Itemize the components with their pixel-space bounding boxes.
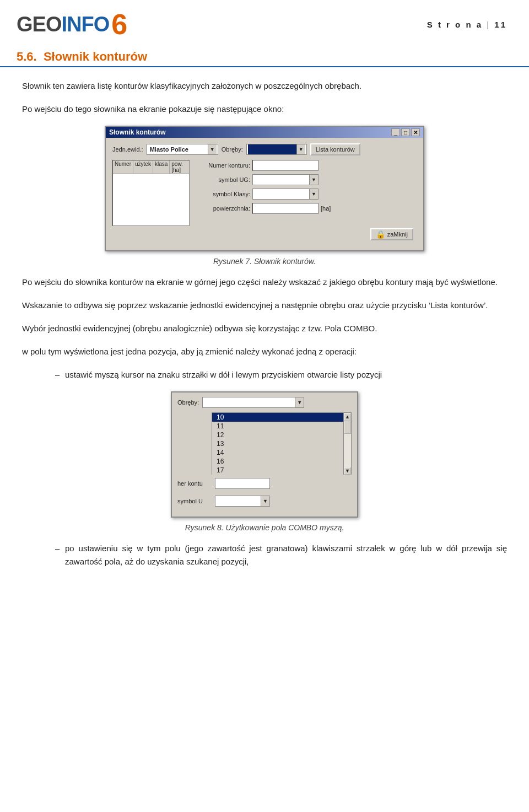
section-title-bar: 5.6. Słownik konturów [0,44,529,67]
logo-info: INFO [61,13,109,36]
lista-konturow-button[interactable]: Lista konturów [310,143,360,155]
powierzchnia-label: powierzchnia: [201,205,250,212]
paragraph-3: Po wejściu do słownika konturów na ekran… [22,276,507,289]
symbol-klasy-combo[interactable]: ▼ [252,189,319,200]
dropdown-wrapper: 10 11 12 13 14 16 17 ▲ [212,412,352,475]
figure-2-dialog: Obręby: ▼ 10 11 12 13 14 [171,391,358,518]
combo-dropdown-list: 10 11 12 13 14 16 17 ▲ [212,412,352,475]
zamknij-icon: 🔒 [376,230,385,239]
bullet-item-2: po ustawieniu się w tym polu (jego zawar… [55,542,507,568]
combo-dropdown-container: 10 11 12 13 14 16 17 ▲ [212,412,352,475]
col-numer: Numer [113,160,133,174]
form-row-powierzchnia: powierzchnia: [ha] [201,203,417,214]
scrollbar: ▲ ▼ [343,413,351,475]
section-title: 5.6. Słownik konturów [17,50,147,63]
bullet-list: ustawić myszą kursor na znaku strzałki w… [55,368,507,381]
dropdown-item-14[interactable]: 14 [212,448,343,457]
numer-field-value [215,480,269,487]
jedn-combo[interactable]: Miasto Police ▼ [147,144,218,155]
paragraph-2: Po wejściu do tego słownika na ekranie p… [22,103,507,116]
minimize-button[interactable]: _ [391,128,400,136]
scrollbar-track [344,421,351,467]
symbol-field[interactable]: ▼ [215,496,270,507]
dialog-titlebar: Słownik konturów _ □ ✕ [106,127,423,138]
numer-field[interactable] [215,478,270,489]
symbol-field-value [215,498,261,504]
combo-symbol-row: symbol U ▼ [177,496,352,507]
symbol-ug-label: symbol UG: [201,176,250,183]
dropdown-items: 10 11 12 13 14 16 17 [212,413,343,475]
form-row-symbol-klasy: symbol Klasy: ▼ [201,189,417,200]
dialog-body: Jedn.ewid.: Miasto Police ▼ Obręby: ▼ Li… [106,138,423,250]
obreby-field[interactable]: ▼ [202,397,304,408]
page-label: S t r o n a [427,20,483,29]
col-klasa: klasa [153,160,170,174]
form-row-numer: Numer konturu: [201,160,417,171]
combo-numer-row: her kontu [177,478,352,489]
data-table: Numer użytek klasa pow.[ha] [112,160,190,226]
combo-symbol-label: symbol U [177,498,212,504]
numer-konturu-input[interactable] [252,160,319,171]
combo-body: Obręby: ▼ 10 11 12 13 14 [172,392,357,517]
bullet-list-2: po ustawieniu się w tym polu (jego zawar… [55,542,507,568]
header: GEOINFO6 S t r o n a | 11 [0,0,529,44]
col-uzytek: użytek [133,160,153,174]
dropdown-item-17[interactable]: 17 [212,466,343,475]
powierzchnia-input[interactable] [252,203,319,214]
dropdown-item-10[interactable]: 10 [212,413,343,422]
page-number: S t r o n a | 11 [427,20,507,29]
figure-1-dialog: Słownik konturów _ □ ✕ Jedn.ewid.: Miast… [105,126,424,251]
combo-obreby-label: Obręby: [177,399,199,406]
combo-bottom-rows: her kontu symbol U ▼ [177,478,352,511]
titlebar-buttons: _ □ ✕ [391,128,420,136]
zamknij-button[interactable]: 🔒 zaMknij [370,228,413,240]
symbol-klasy-label: symbol Klasy: [201,191,250,197]
dropdown-item-13[interactable]: 13 [212,439,343,448]
figure-2-caption: Rysunek 8. Użytkowanie pola COMBO myszą. [22,523,507,532]
logo-geo: GEO [17,13,61,36]
table-body [113,174,189,224]
paragraph-4: Wskazanie to odbywa się poprzez wskazani… [22,299,507,312]
obreby-combo[interactable]: ▼ [246,144,307,155]
top-row: Jedn.ewid.: Miasto Police ▼ Obręby: ▼ Li… [112,143,417,155]
logo: GEOINFO6 [17,10,127,39]
obreby-combo-arrow[interactable]: ▼ [296,144,305,154]
maximize-button[interactable]: □ [401,128,410,136]
dropdown-item-12[interactable]: 12 [212,431,343,439]
symbol-ug-arrow[interactable]: ▼ [309,175,318,185]
symbol-ug-combo[interactable]: ▼ [252,174,319,185]
form-row-symbol-ug: symbol UG: ▼ [201,174,417,185]
col-pow: pow.[ha] [170,160,189,174]
symbol-klasy-arrow[interactable]: ▼ [309,189,318,199]
obreby-value [248,144,296,154]
symbol-ug-value [253,175,309,185]
close-button[interactable]: ✕ [411,128,420,136]
jedn-label: Jedn.ewid.: [112,146,143,153]
scrollbar-thumb [344,421,351,434]
obreby-label: Obręby: [222,146,243,153]
bottom-bar: 🔒 zaMknij [112,226,417,244]
dropdown-item-11[interactable]: 11 [212,422,343,431]
scrollbar-up[interactable]: ▲ [344,413,351,421]
obreby-arrow[interactable]: ▼ [295,397,304,407]
dropdown-item-16[interactable]: 16 [212,457,343,466]
paragraph-6: w polu tym wyświetlona jest jedna pozycj… [22,345,507,358]
ha-label: [ha] [321,205,331,212]
main-area: Numer użytek klasa pow.[ha] Numer kontur… [112,160,417,226]
jedn-combo-arrow[interactable]: ▼ [208,144,217,154]
dialog-title: Słownik konturów [109,128,166,136]
jedn-value: Miasto Police [148,146,208,153]
obreby-field-value [203,399,295,406]
page-num: 11 [494,20,507,29]
scrollbar-down[interactable]: ▼ [344,467,351,475]
zamknij-label: zaMknij [387,231,408,238]
combo-numer-label: her kontu [177,480,212,487]
symbol-field-arrow[interactable]: ▼ [261,496,269,506]
numer-konturu-label: Numer konturu: [201,162,250,169]
bullet-item-1: ustawić myszą kursor na znaku strzałki w… [55,368,507,381]
paragraph-1: Słownik ten zawiera listę konturów klasy… [22,79,507,93]
form-section: Numer konturu: symbol UG: ▼ symbol Klasy… [201,160,417,217]
figure-1-caption: Rysunek 7. Słownik konturów. [22,257,507,266]
symbol-klasy-value [253,189,309,199]
combo-obreby-row: Obręby: ▼ [177,397,352,408]
